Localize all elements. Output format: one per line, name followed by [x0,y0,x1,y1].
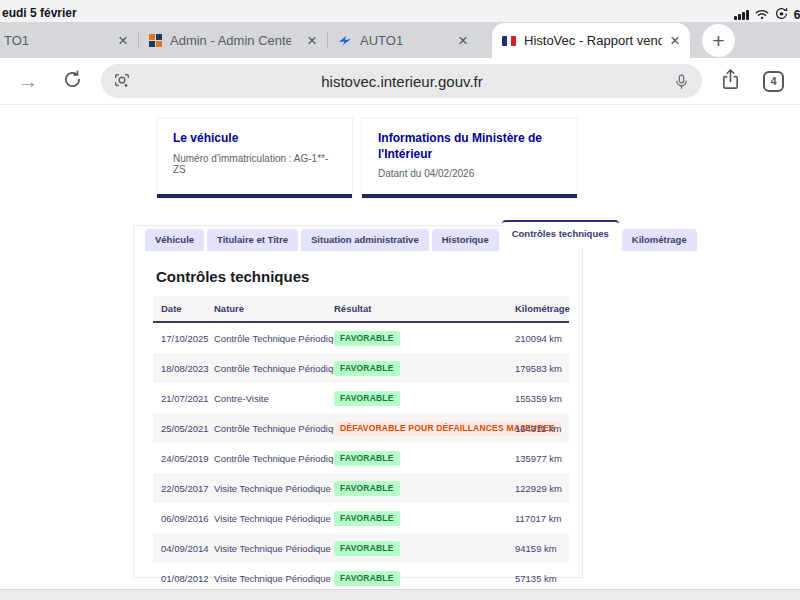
result-badge: FAVORABLE [334,481,400,496]
col-header-resultat: Résultat [326,296,507,322]
status-date: eudi 5 février [0,6,77,20]
table-row: 04/09/2014 Visite Technique Périodique F… [153,533,569,563]
tab-historique[interactable]: Historique [432,229,499,251]
vehicle-card: Le véhicule Numéro d'immatriculation : A… [157,118,352,198]
new-tab-button[interactable]: + [702,24,735,57]
tab-controles-techniques[interactable]: Contrôles techniques [502,220,619,248]
cell-km: 135977 km [507,443,569,473]
cell-nature: Contre-Visite [206,383,326,413]
technical-inspections-table: Date Nature Résultat Kilométrage 17/10/2… [153,296,569,593]
cell-km: 179583 km [507,353,569,383]
table-row: 18/08/2023 Contrôle Technique Périodique… [153,353,569,383]
table-row: 21/07/2021 Contre-Visite FAVORABLE 15535… [153,383,569,413]
reload-icon[interactable] [62,69,83,94]
status-bar: eudi 5 février 69 [0,0,800,22]
cell-date: 04/09/2014 [153,533,206,563]
tab-count-label: 4 [770,75,776,87]
cell-km: 117017 km [507,503,569,533]
result-badge: FAVORABLE [334,391,400,406]
section-title: Contrôles techniques [156,268,582,285]
table-row: 25/05/2021 Contrôle Technique Périodique… [153,413,569,443]
cell-nature: Contrôle Technique Périodique [206,353,326,383]
microphone-icon[interactable] [673,73,690,90]
cell-nature: Visite Technique Périodique [206,533,326,563]
cell-nature: Contrôle Technique Périodique [206,322,326,353]
result-badge: FAVORABLE [334,541,400,556]
result-badge: FAVORABLE [334,331,400,346]
result-badge: FAVORABLE [334,451,400,466]
report-tabs: Véhicule Titulaire et Titre Situation ad… [134,226,582,251]
col-header-nature: Nature [206,296,326,322]
address-bar[interactable]: histovec.interieur.gouv.fr [101,64,702,98]
cell-date: 21/07/2021 [153,383,206,413]
browser-tab-strip: TO1 × Admin - Admin Center × AUTO1 × His… [0,22,800,58]
close-icon[interactable]: × [118,32,128,49]
browser-tab-admin-center[interactable]: Admin - Admin Center × [139,22,327,58]
cell-date: 06/09/2016 [153,503,206,533]
result-badge: FAVORABLE [334,511,400,526]
cell-nature: Contrôle Technique Périodique [206,413,326,443]
cell-date: 17/10/2025 [153,322,206,353]
forward-icon[interactable]: → [18,70,38,93]
histovec-page: Le véhicule Numéro d'immatriculation : A… [0,105,800,600]
auto1-favicon [338,34,352,47]
lens-icon [113,72,131,90]
cell-date: 25/05/2021 [153,413,206,443]
cell-nature: Visite Technique Périodique [206,473,326,503]
url-text[interactable]: histovec.interieur.gouv.fr [131,73,673,90]
share-icon[interactable] [720,68,741,95]
cell-date: 22/05/2017 [153,473,206,503]
wifi-icon [755,6,769,24]
rotation-lock-icon [775,6,788,24]
tab-title: Admin - Admin Center [170,33,291,48]
cell-nature: Visite Technique Périodique [206,503,326,533]
close-icon[interactable]: × [307,32,317,49]
status-icons: 69 [734,6,800,24]
ministry-card-title: Informations du Ministère de l'Intérieur [378,131,561,162]
browser-toolbar: → histovec.interieur.gouv.fr [0,58,800,105]
histovec-favicon-french-flag [502,36,516,46]
cell-km: 122929 km [507,473,569,503]
table-row: 06/09/2016 Visite Technique Périodique F… [153,503,569,533]
cell-nature: Contrôle Technique Périodique [206,443,326,473]
cell-date: 18/08/2023 [153,353,206,383]
col-header-kilometrage: Kilométrage [507,296,569,322]
ministry-info-card: Informations du Ministère de l'Intérieur… [362,118,577,198]
col-header-date: Date [153,296,206,322]
browser-tab-histovec-active[interactable]: HistoVec - Rapport vend × [492,23,690,58]
table-row: 17/10/2025 Contrôle Technique Périodique… [153,322,569,353]
ministry-card-body: Datant du 04/02/2026 [378,168,561,179]
admin-center-favicon [149,34,162,47]
report-panel: Véhicule Titulaire et Titre Situation ad… [133,225,583,578]
table-row: 22/05/2017 Visite Technique Périodique F… [153,473,569,503]
result-badge: FAVORABLE [334,571,400,586]
tab-title: TO1 [4,33,29,48]
cell-km: 155359 km [507,383,569,413]
browser-tab-auto1[interactable]: AUTO1 × [328,22,478,58]
cell-km: 154311 km [507,413,569,443]
close-icon[interactable]: × [670,32,680,49]
tab-title: AUTO1 [360,33,403,48]
table-header-row: Date Nature Résultat Kilométrage [153,296,569,322]
tab-kilometrage[interactable]: Kilométrage [622,229,697,251]
tab-titulaire-et-titre[interactable]: Titulaire et Titre [207,229,298,251]
footer-edge [0,589,800,600]
battery-percent: 69 [794,8,800,22]
cell-date: 24/05/2019 [153,443,206,473]
tab-situation-administrative[interactable]: Situation administrative [301,229,429,251]
vehicle-card-body: Numéro d'immatriculation : AG-1**-ZS [173,153,336,175]
cellular-signal-icon [734,10,749,20]
tab-vehicule[interactable]: Véhicule [145,229,204,251]
tab-title: HistoVec - Rapport vend [524,33,662,48]
close-icon[interactable]: × [458,32,468,49]
cell-km: 210094 km [507,322,569,353]
result-badge: FAVORABLE [334,361,400,376]
tab-switcher-button[interactable]: 4 [763,71,784,92]
plus-icon: + [712,29,724,53]
browser-tab-auto1-left[interactable]: TO1 × [0,22,138,58]
table-row: 24/05/2019 Contrôle Technique Périodique… [153,443,569,473]
vehicle-card-title: Le véhicule [173,131,336,147]
cell-km: 94159 km [507,533,569,563]
